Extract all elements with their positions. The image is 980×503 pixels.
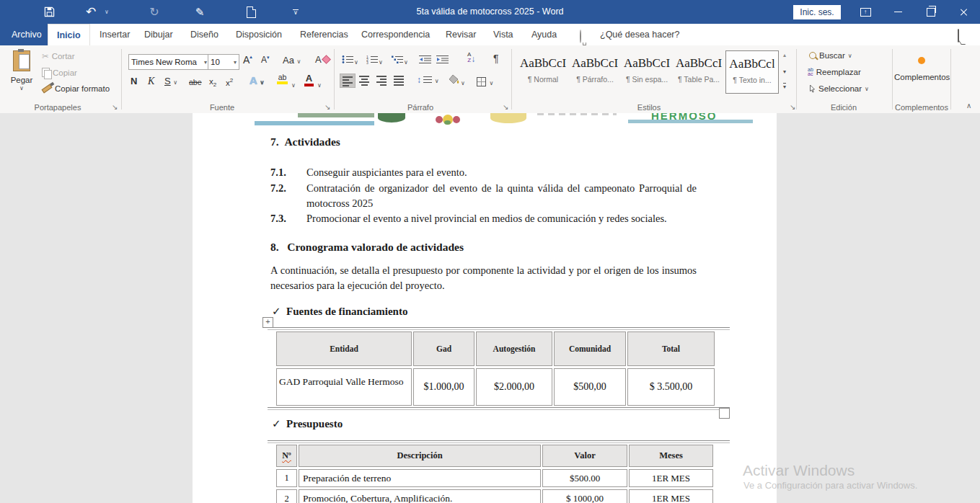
table-cell[interactable]: $2.000,00	[476, 368, 552, 406]
cut-button[interactable]: ✂ Cortar	[42, 51, 75, 61]
bullets-button[interactable]: ∨	[342, 54, 358, 67]
font-size-combobox[interactable]: 10 ▾	[208, 54, 239, 70]
table-cell[interactable]: Promoción, Cobertura, Amplificación.	[299, 489, 541, 503]
tab-correspondencia[interactable]: Correspondencia	[353, 24, 438, 45]
multilevel-list-button[interactable]: ∨	[392, 54, 408, 67]
table-header-cell[interactable]: Nº	[276, 445, 297, 467]
clear-formatting-button[interactable]: A	[315, 54, 330, 65]
align-left-icon	[343, 76, 353, 86]
styles-scroll-down[interactable]: ▾	[783, 68, 786, 75]
table-cell[interactable]: $500.00	[542, 469, 627, 487]
table-cell[interactable]: $ 1000,00	[542, 489, 627, 503]
feedback-button[interactable]	[958, 30, 959, 43]
style-table-paragraph[interactable]: AaBbCcI ¶ Table Pa...	[674, 50, 724, 94]
tab-diseno[interactable]: Diseño	[182, 24, 227, 45]
table-cell[interactable]: 2	[276, 489, 297, 503]
table-cell[interactable]: $500,00	[554, 368, 626, 406]
bullet-list-icon	[342, 55, 354, 64]
table-header-cell[interactable]: Descripción	[299, 445, 541, 467]
table-header-cell[interactable]: Valor	[542, 445, 627, 467]
select-button[interactable]: Seleccionar ∨	[809, 84, 869, 93]
change-case-button[interactable]: Aa ∨	[283, 55, 301, 66]
font-name-combobox[interactable]: Times New Roma ▾	[128, 54, 210, 70]
table-header-cell[interactable]: Meses	[629, 445, 713, 467]
ribbon-display-options-button[interactable]: ↑	[853, 0, 878, 24]
tab-inicio[interactable]: Inicio	[48, 24, 90, 46]
tab-ayuda[interactable]: Ayuda	[523, 24, 565, 45]
borders-button[interactable]: ∨	[477, 75, 493, 88]
sign-in-button[interactable]: Inic. ses.	[793, 5, 841, 19]
table-header-cell[interactable]: Comunidad	[554, 331, 626, 366]
restore-button[interactable]	[919, 0, 943, 24]
superscript-button[interactable]: x2	[226, 77, 233, 87]
underline-button[interactable]: S ∨	[164, 76, 177, 86]
copy-button[interactable]: Copiar	[42, 68, 77, 77]
paint-bucket-icon	[449, 74, 461, 85]
align-left-button[interactable]	[340, 74, 356, 88]
line-spacing-button[interactable]: ↕ ∨	[417, 75, 439, 85]
table-cell[interactable]: 1	[276, 469, 297, 487]
paragraph-dialog-launcher[interactable]: ↘	[503, 103, 508, 111]
table-cell[interactable]: 1ER MES	[629, 489, 713, 503]
font-dialog-launcher[interactable]: ↘	[325, 103, 330, 111]
tab-vista[interactable]: Vista	[485, 24, 522, 45]
tab-revisar[interactable]: Revisar	[437, 24, 485, 45]
table-cell[interactable]: $1.000,00	[413, 368, 474, 406]
tell-me-box[interactable]: ¿Qué desea hacer?	[591, 24, 689, 45]
find-button[interactable]: Buscar ∨	[809, 51, 852, 60]
justify-button[interactable]	[394, 76, 404, 87]
tab-referencias[interactable]: Referencias	[291, 24, 357, 45]
numbering-button[interactable]: 123 ∨	[366, 54, 383, 67]
bold-button[interactable]: N	[131, 76, 137, 86]
collapse-ribbon-button[interactable]: ∧	[966, 102, 971, 110]
show-marks-button[interactable]: ¶	[493, 53, 499, 64]
table-border-line	[268, 329, 730, 330]
table-cell[interactable]: $ 3.500,00	[627, 368, 715, 406]
align-right-button[interactable]	[376, 76, 387, 87]
style-texto-independiente[interactable]: AaBbCcl ¶ Texto in...	[725, 50, 779, 94]
font-color-button[interactable]: A	[304, 73, 314, 86]
styles-gallery-more[interactable]: ▾	[783, 83, 786, 90]
style-parrafo[interactable]: AaBbCcI ¶ Párrafo...	[570, 50, 620, 94]
styles-dialog-launcher[interactable]: ↘	[790, 103, 795, 111]
table-header-cell[interactable]: Gad	[413, 331, 474, 366]
shrink-font-button[interactable]: A▾	[261, 55, 270, 65]
tab-archivo[interactable]: Archivo	[0, 24, 53, 45]
close-button[interactable]	[952, 0, 976, 24]
font-color-dropdown[interactable]: ∨	[317, 77, 322, 90]
table-header-cell[interactable]: Total	[627, 331, 715, 366]
table-header-cell[interactable]: Entidad	[276, 331, 412, 366]
tab-disposicion[interactable]: Disposición	[227, 24, 291, 45]
grow-font-button[interactable]: A▴	[243, 54, 252, 66]
table-move-handle[interactable]: +	[262, 317, 273, 328]
style-sin-espaciado[interactable]: AaBbCcI ¶ Sin espa...	[622, 50, 672, 94]
table-header-cell[interactable]: Autogestión	[476, 331, 552, 366]
font-color-bar	[304, 84, 314, 86]
table-cell[interactable]: Preparación de terreno	[299, 469, 541, 487]
decrease-indent-button[interactable]	[419, 54, 432, 67]
subscript-button[interactable]: x2	[209, 77, 216, 88]
highlight-dropdown[interactable]: ∨	[291, 77, 296, 90]
strikethrough-button[interactable]: abe	[189, 78, 202, 86]
table-resize-handle[interactable]	[719, 408, 730, 419]
replace-button[interactable]: abac Reemplazar	[808, 68, 861, 76]
tab-insertar[interactable]: Insertar	[91, 24, 138, 45]
style-normal[interactable]: AaBbCcI ¶ Normal	[518, 50, 568, 94]
table-cell[interactable]: GAD Parroquial Valle Hermoso	[276, 368, 412, 406]
shading-button[interactable]: ∨	[449, 74, 465, 88]
clipboard-dialog-launcher[interactable]: ↘	[112, 103, 118, 111]
styles-scroll-up[interactable]: ▴	[783, 52, 786, 58]
highlight-button[interactable]: ab	[277, 73, 288, 84]
table-cell[interactable]: 1ER MES	[629, 469, 713, 487]
increase-indent-button[interactable]	[436, 54, 449, 67]
italic-button[interactable]: K	[148, 76, 154, 87]
sort-button[interactable]: AZ ↓	[467, 52, 475, 63]
paste-button[interactable]: Pegar ∨	[6, 49, 37, 99]
format-painter-button[interactable]: Copiar formato	[42, 84, 110, 93]
addins-button[interactable]: Complementos	[894, 51, 949, 81]
align-center-button[interactable]	[359, 76, 369, 87]
minimize-button[interactable]	[886, 0, 910, 24]
chevron-down-icon: ∨	[461, 80, 465, 86]
tab-dibujar[interactable]: Dibujar	[136, 24, 182, 45]
text-effects-button[interactable]: A ∨	[250, 74, 264, 86]
